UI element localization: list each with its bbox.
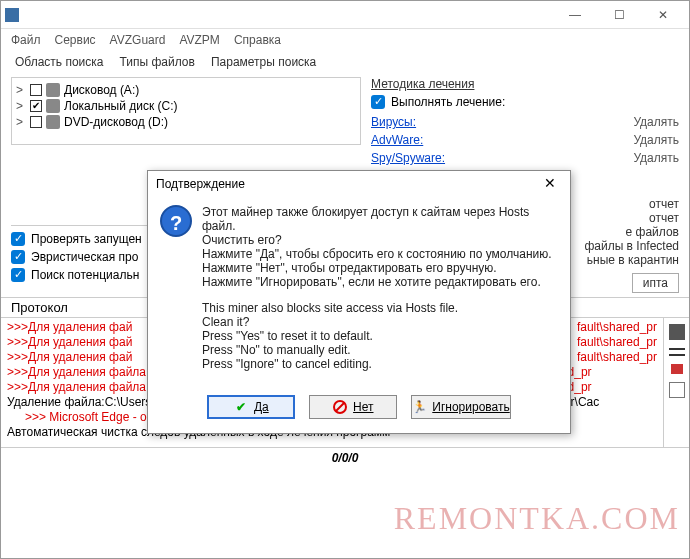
action-value[interactable]: Удалять (633, 133, 679, 147)
tree-label: Дисковод (A:) (64, 83, 139, 97)
menu-file[interactable]: Файл (11, 33, 41, 47)
status-counter: 0/0/0 (332, 451, 359, 465)
dlg-line: Clean it? (202, 315, 249, 329)
flag-icon[interactable] (671, 364, 683, 374)
dlg-line: Очистить его? (202, 233, 282, 247)
menubar: Файл Сервис AVZGuard AVZPM Справка (1, 29, 689, 51)
action-row: AdvWare: Удалять (371, 131, 679, 149)
tab-file-types[interactable]: Типы файлов (116, 53, 199, 71)
log-toolbar (663, 318, 689, 447)
ignore-button[interactable]: 🏃 Игнорировать (411, 395, 510, 419)
action-value[interactable]: Удалять (633, 115, 679, 129)
menu-help[interactable]: Справка (234, 33, 281, 47)
check-label: Эвристическая про (31, 250, 138, 264)
action-value[interactable]: Удалять (633, 151, 679, 165)
tab-search-area[interactable]: Область поиска (11, 53, 108, 71)
action-link-advware[interactable]: AdvWare: (371, 133, 423, 147)
dialog-close-button[interactable]: ✕ (538, 172, 562, 196)
dialog-body: ? Этот майнер также блокирует доступ к с… (148, 197, 570, 387)
action-link-viruses[interactable]: Вирусы: (371, 115, 416, 129)
execute-healing-label: Выполнять лечение: (391, 95, 505, 109)
tree-checkbox[interactable]: ✔ (30, 100, 42, 112)
dialog-buttons: ✔ Да Нет 🏃 Игнорировать (148, 387, 570, 433)
question-icon: ? (160, 205, 192, 237)
dlg-line: Нажмите "Да", чтобы сбросить его к состо… (202, 247, 552, 261)
dlg-line: Press "Yes" to reset it to default. (202, 329, 373, 343)
no-button[interactable]: Нет (309, 395, 397, 419)
dlg-line: Этот майнер также блокирует доступ к сай… (202, 205, 529, 233)
ignore-label: Игнорировать (432, 400, 509, 414)
tree-row-a[interactable]: > Дисковод (A:) (14, 82, 358, 98)
yes-label: Да (254, 400, 269, 414)
tree-expand-icon[interactable]: > (16, 83, 26, 97)
tree-checkbox[interactable] (30, 116, 42, 128)
dlg-line: Нажмите "Игнорировать", если не хотите р… (202, 275, 541, 289)
tree-label: Локальный диск (C:) (64, 99, 178, 113)
dialog-titlebar: Подтверждение ✕ (148, 171, 570, 197)
tree-row-d[interactable]: > DVD-дисковод (D:) (14, 114, 358, 130)
execute-healing-row[interactable]: ✓ Выполнять лечение: (371, 95, 679, 109)
dialog-text: Этот майнер также блокирует доступ к сай… (202, 205, 558, 383)
drive-icon (46, 115, 60, 129)
menu-service[interactable]: Сервис (55, 33, 96, 47)
maximize-button[interactable]: ☐ (597, 1, 641, 29)
minimize-button[interactable]: — (553, 1, 597, 29)
tree-label: DVD-дисковод (D:) (64, 115, 168, 129)
drive-tree[interactable]: > Дисковод (A:) > ✔ Локальный диск (C:) … (11, 77, 361, 145)
check-label: Поиск потенциальн (31, 268, 139, 282)
yes-button[interactable]: ✔ Да (207, 395, 295, 419)
checkbox-icon[interactable]: ✓ (11, 232, 25, 246)
app-icon (5, 8, 19, 22)
statusbar: 0/0/0 (1, 447, 689, 467)
menu-avzpm[interactable]: AVZPM (179, 33, 219, 47)
log-line: >>>Для удаления фай (7, 320, 132, 335)
log-line-tail: fault\shared_pr (577, 350, 657, 365)
no-label: Нет (353, 400, 373, 414)
checkbox-icon[interactable]: ✓ (11, 250, 25, 264)
action-row: Spy/Spyware: Удалять (371, 149, 679, 167)
dialog-title: Подтверждение (156, 177, 538, 191)
save-log-icon[interactable] (669, 324, 685, 340)
tree-row-c[interactable]: > ✔ Локальный диск (C:) (14, 98, 358, 114)
person-icon: 🏃 (412, 400, 426, 414)
drive-icon (46, 83, 60, 97)
close-button[interactable]: ✕ (641, 1, 685, 29)
log-line-tail: fault\shared_pr (577, 335, 657, 350)
dlg-line: This miner also blocks site access via H… (202, 301, 458, 315)
tree-expand-icon[interactable]: > (16, 115, 26, 129)
script-button[interactable]: ипта (632, 273, 679, 293)
action-link-spyware[interactable]: Spy/Spyware: (371, 151, 445, 165)
log-line: >>>Для удаления фай (7, 335, 132, 350)
healing-section-title: Методика лечения (371, 77, 679, 91)
tab-search-params[interactable]: Параметры поиска (207, 53, 320, 71)
tree-expand-icon[interactable]: > (16, 99, 26, 113)
tree-checkbox[interactable] (30, 84, 42, 96)
dlg-line: Press "Ignore" to cancel editing. (202, 357, 372, 371)
check-label: Проверять запущен (31, 232, 142, 246)
checkbox-icon[interactable]: ✓ (11, 268, 25, 282)
menu-avzguard[interactable]: AVZGuard (110, 33, 166, 47)
checkbox-icon[interactable]: ✓ (371, 95, 385, 109)
tabs-row: Область поиска Типы файлов Параметры пои… (1, 51, 689, 73)
log-line: >>>Для удаления фай (7, 350, 132, 365)
drive-icon (46, 99, 60, 113)
action-row: Вирусы: Удалять (371, 113, 679, 131)
log-line-tail: fault\shared_pr (577, 320, 657, 335)
check-icon: ✔ (234, 400, 248, 414)
confirmation-dialog: Подтверждение ✕ ? Этот майнер также блок… (147, 170, 571, 434)
dlg-line: Press "No" to manually edit. (202, 343, 351, 357)
titlebar: — ☐ ✕ (1, 1, 689, 29)
dlg-line: Нажмите "Нет", чтобы отредактировать его… (202, 261, 497, 275)
no-icon (333, 400, 347, 414)
clear-log-icon[interactable] (669, 382, 685, 398)
glasses-icon[interactable] (669, 348, 685, 356)
